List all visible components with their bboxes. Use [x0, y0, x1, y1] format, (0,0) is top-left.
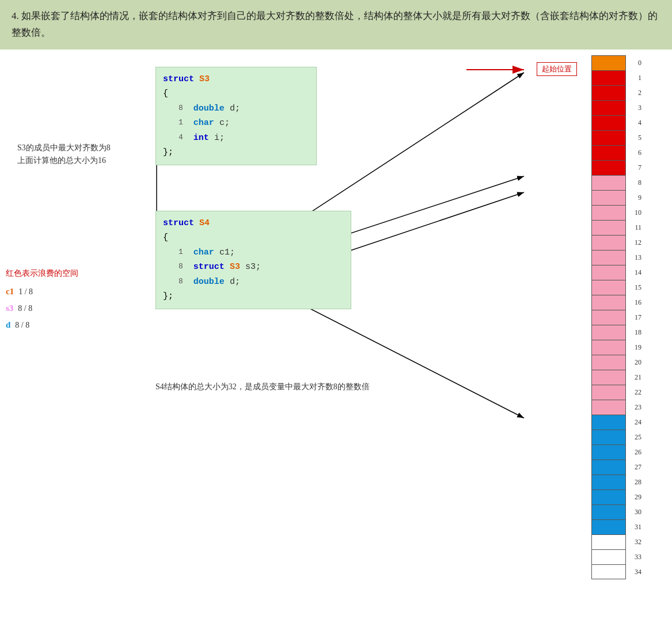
mem-label-34: 34: [626, 564, 643, 579]
main-area: struct S3 { 8 double d; 1 char c; 4 int …: [0, 50, 672, 608]
mem-cell-32: [591, 534, 626, 549]
mem-cell-11: [591, 220, 626, 235]
mem-label-17: 17: [626, 310, 643, 325]
mem-label-18: 18: [626, 325, 643, 340]
mem-label-16: 16: [626, 295, 643, 310]
memory-row-23: 23: [591, 400, 655, 415]
members-annotation: c1 1 / 8 s3 8 / 8 d 8 / 8: [6, 283, 33, 334]
memory-row-3: 3: [591, 100, 655, 115]
memory-row-8: 8: [591, 175, 655, 190]
memory-row-27: 27: [591, 460, 655, 474]
mem-label-30: 30: [626, 504, 643, 519]
mem-label-19: 19: [626, 340, 643, 355]
mem-cell-16: [591, 295, 626, 310]
s3-info-annotation: S3的成员中最大对齐数为8 上面计算他的总大小为16: [17, 142, 111, 168]
memory-row-15: 15: [591, 280, 655, 295]
mem-label-26: 26: [626, 445, 643, 460]
start-label: 起始位置: [537, 62, 577, 76]
mem-label-14: 14: [626, 265, 643, 280]
mem-label-22: 22: [626, 385, 643, 400]
mem-cell-3: [591, 100, 626, 115]
mem-label-29: 29: [626, 489, 643, 504]
mem-label-15: 15: [626, 280, 643, 295]
mem-cell-9: [591, 190, 626, 205]
mem-cell-31: [591, 519, 626, 534]
mem-cell-1: [591, 70, 626, 85]
mem-cell-24: [591, 415, 626, 430]
mem-label-12: 12: [626, 235, 643, 250]
memory-row-18: 18: [591, 325, 655, 340]
member-s3: s3 8 / 8: [6, 301, 33, 316]
mem-label-4: 4: [626, 115, 643, 130]
memory-row-31: 31: [591, 519, 655, 534]
member-d: d 8 / 8: [6, 317, 33, 333]
mem-label-21: 21: [626, 370, 643, 385]
top-note-text: 4. 如果嵌套了结构体的情况，嵌套的结构体对齐到自己的最大对齐数的整数倍处，结构…: [12, 10, 658, 38]
mem-label-8: 8: [626, 175, 643, 190]
mem-cell-13: [591, 250, 626, 265]
memory-row-14: 14: [591, 265, 655, 280]
mem-label-6: 6: [626, 145, 643, 160]
memory-row-22: 22: [591, 385, 655, 400]
member-s3-name: s3: [6, 301, 13, 316]
memory-row-33: 33: [591, 549, 655, 564]
memory-row-26: 26: [591, 445, 655, 460]
mem-cell-8: [591, 175, 626, 190]
mem-label-32: 32: [626, 534, 643, 549]
mem-cell-25: [591, 430, 626, 445]
memory-row-11: 11: [591, 220, 655, 235]
memory-row-34: 34: [591, 564, 655, 579]
memory-row-16: 16: [591, 295, 655, 310]
mem-cell-27: [591, 460, 626, 474]
mem-label-23: 23: [626, 400, 643, 415]
memory-row-6: 6: [591, 145, 655, 160]
memory-row-30: 30: [591, 504, 655, 519]
memory-row-5: 5: [591, 130, 655, 145]
mem-label-2: 2: [626, 85, 643, 100]
member-s3-val: 8 / 8: [18, 301, 32, 316]
mem-cell-20: [591, 355, 626, 370]
mem-cell-17: [591, 310, 626, 325]
mem-label-10: 10: [626, 205, 643, 220]
memory-row-7: 7: [591, 160, 655, 175]
mem-cell-30: [591, 504, 626, 519]
code-s3-block: struct S3 { 8 double d; 1 char c; 4 int …: [155, 67, 317, 165]
mem-label-27: 27: [626, 460, 643, 474]
mem-cell-26: [591, 445, 626, 460]
member-c1-name: c1: [6, 284, 14, 299]
mem-cell-6: [591, 145, 626, 160]
s3-info-line1: S3的成员中最大对齐数为8: [17, 142, 111, 154]
mem-label-1: 1: [626, 70, 643, 85]
mem-label-24: 24: [626, 415, 643, 430]
memory-row-1: 1: [591, 70, 655, 85]
mem-cell-21: [591, 370, 626, 385]
member-d-val: 8 / 8: [15, 318, 29, 332]
memory-row-17: 17: [591, 310, 655, 325]
mem-label-7: 7: [626, 160, 643, 175]
mem-cell-5: [591, 130, 626, 145]
memory-row-9: 9: [591, 190, 655, 205]
mem-cell-29: [591, 489, 626, 504]
mem-label-3: 3: [626, 100, 643, 115]
mem-cell-4: [591, 115, 626, 130]
mem-cell-10: [591, 205, 626, 220]
red-waste-text: 红色表示浪费的空间: [6, 269, 78, 278]
mem-label-33: 33: [626, 549, 643, 564]
start-label-text: 起始位置: [542, 64, 572, 73]
mem-label-20: 20: [626, 355, 643, 370]
red-waste-annotation: 红色表示浪费的空间: [6, 268, 78, 279]
memory-row-28: 28: [591, 474, 655, 489]
memory-row-32: 32: [591, 534, 655, 549]
memory-row-29: 29: [591, 489, 655, 504]
memory-row-10: 10: [591, 205, 655, 220]
memory-row-2: 2: [591, 85, 655, 100]
mem-label-11: 11: [626, 220, 643, 235]
mem-cell-7: [591, 160, 626, 175]
mem-cell-14: [591, 265, 626, 280]
mem-label-5: 5: [626, 130, 643, 145]
mem-cell-19: [591, 340, 626, 355]
mem-cell-28: [591, 474, 626, 489]
memory-row-4: 4: [591, 115, 655, 130]
arrows-overlay: [0, 50, 633, 608]
memory-row-20: 20: [591, 355, 655, 370]
